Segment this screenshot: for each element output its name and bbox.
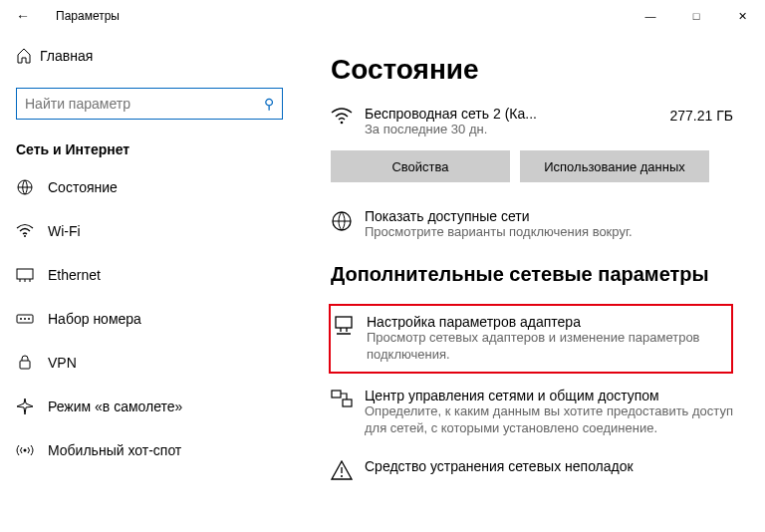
nav-vpn[interactable]: VPN	[0, 341, 299, 385]
data-usage-button[interactable]: Использование данных	[520, 150, 709, 182]
properties-button[interactable]: Свойства	[331, 150, 510, 182]
svg-point-8	[24, 449, 27, 452]
link-title: Показать доступные сети	[365, 208, 733, 224]
link-title: Настройка параметров адаптера	[367, 314, 723, 330]
adapter-settings-link[interactable]: Настройка параметров адаптера Просмотр с…	[329, 304, 733, 374]
home-link[interactable]: Главная	[0, 36, 299, 76]
sharing-center-link[interactable]: Центр управления сетями и общим доступом…	[331, 388, 733, 437]
svg-point-14	[341, 475, 343, 477]
nav-hotspot[interactable]: Мобильный хот-спот	[0, 428, 299, 472]
svg-point-1	[24, 235, 26, 237]
window-title: Параметры	[40, 9, 628, 23]
svg-rect-11	[336, 317, 352, 328]
network-row: Беспроводная сеть 2 (Ка... За последние …	[331, 106, 733, 136]
network-name: Беспроводная сеть 2 (Ка...	[365, 106, 670, 122]
data-amount: 277.21 ГБ	[670, 106, 733, 124]
sharing-icon	[331, 388, 365, 437]
back-button[interactable]: ←	[16, 8, 40, 24]
ethernet-icon	[16, 268, 48, 282]
nav-label: Ethernet	[48, 267, 101, 283]
network-sub: За последние 30 дн.	[365, 122, 670, 136]
link-title: Центр управления сетями и общим доступом	[365, 388, 733, 403]
svg-rect-12	[332, 391, 341, 398]
dialup-icon	[16, 312, 48, 326]
search-input[interactable]	[25, 96, 264, 112]
svg-rect-13	[343, 399, 352, 406]
search-box[interactable]: ⚲	[16, 88, 283, 120]
hotspot-icon	[16, 442, 48, 458]
svg-rect-7	[20, 361, 30, 369]
link-title: Средство устранения сетевых неполадок	[365, 458, 733, 474]
minimize-button[interactable]: ―	[628, 0, 673, 32]
home-label: Главная	[40, 48, 93, 64]
page-title: Состояние	[331, 54, 733, 86]
link-sub: Определите, к каким данным вы хотите пре…	[365, 403, 733, 437]
nav-wifi[interactable]: Wi-Fi	[0, 209, 299, 253]
nav-label: Режим «в самолете»	[48, 399, 182, 414]
svg-point-5	[24, 318, 26, 320]
maximize-button[interactable]: □	[673, 0, 719, 32]
sidebar-group-title: Сеть и Интернет	[0, 120, 299, 165]
troubleshoot-link[interactable]: Средство устранения сетевых неполадок	[331, 458, 733, 480]
link-sub: Просмотр сетевых адаптеров и изменение п…	[367, 330, 723, 364]
show-networks-link[interactable]: Показать доступные сети Просмотрите вари…	[331, 208, 733, 241]
window-controls: ― □ ✕	[628, 0, 765, 32]
nav-label: Состояние	[48, 179, 118, 195]
globe-icon	[331, 208, 365, 241]
link-sub: Просмотрите варианты подключения вокруг.	[365, 224, 733, 241]
wifi-icon	[16, 223, 48, 239]
nav-airplane[interactable]: Режим «в самолете»	[0, 385, 299, 428]
nav-ethernet[interactable]: Ethernet	[0, 253, 299, 297]
svg-rect-2	[17, 269, 33, 279]
status-icon	[16, 178, 48, 196]
svg-point-4	[20, 318, 22, 320]
search-icon: ⚲	[264, 96, 274, 112]
wifi-icon	[331, 106, 365, 126]
vpn-icon	[16, 355, 48, 371]
nav-label: Wi-Fi	[48, 223, 81, 239]
nav-status[interactable]: Состояние	[0, 165, 299, 209]
sidebar: Главная ⚲ Сеть и Интернет Состояние	[0, 32, 299, 532]
warning-icon	[331, 458, 365, 480]
nav-label: Мобильный хот-спот	[48, 442, 181, 458]
svg-point-9	[341, 122, 344, 125]
nav-label: VPN	[48, 355, 77, 371]
adapter-icon	[331, 314, 367, 364]
advanced-heading: Дополнительные сетевые параметры	[331, 263, 733, 286]
home-icon	[16, 48, 40, 64]
airplane-icon	[16, 398, 48, 415]
nav-label: Набор номера	[48, 311, 141, 327]
content: Состояние Беспроводная сеть 2 (Ка... За …	[299, 32, 765, 532]
svg-point-6	[28, 318, 30, 320]
nav-dialup[interactable]: Набор номера	[0, 297, 299, 341]
titlebar: ← Параметры ― □ ✕	[0, 0, 765, 32]
close-button[interactable]: ✕	[719, 0, 765, 32]
